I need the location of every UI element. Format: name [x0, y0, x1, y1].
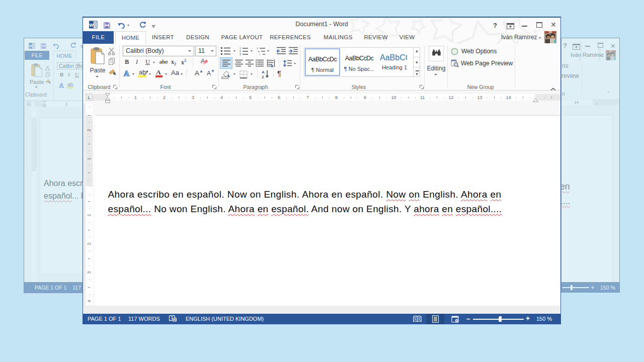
svg-text:A: A — [262, 70, 265, 74]
svg-text:A: A — [124, 69, 129, 77]
svg-text:Z: Z — [262, 75, 264, 79]
svg-text:3: 3 — [239, 53, 241, 55]
svg-text:i: i — [260, 53, 260, 55]
